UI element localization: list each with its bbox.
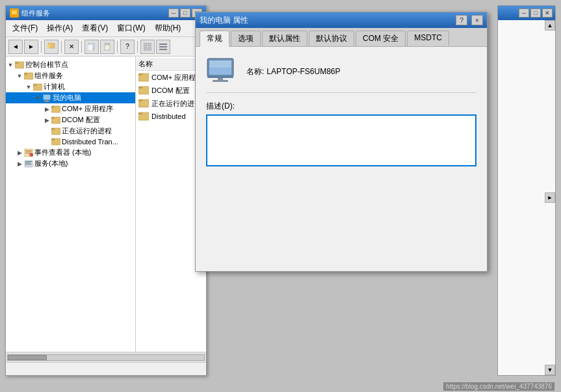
delete-button[interactable]: ✕ <box>64 40 79 54</box>
svg-rect-20 <box>33 84 36 86</box>
view-button2[interactable] <box>156 40 170 54</box>
right-close-button[interactable]: ✕ <box>542 8 553 18</box>
svg-rect-7 <box>105 43 109 45</box>
svg-rect-42 <box>25 164 31 164</box>
titlebar-left: 组件服务 <box>10 8 50 18</box>
svg-text:!: ! <box>31 153 31 157</box>
svg-rect-22 <box>44 95 50 99</box>
tab-com-security[interactable]: COM 安全 <box>356 31 406 46</box>
expand-eventviewer[interactable]: ▶ <box>15 148 24 157</box>
toolbar-separator-1 <box>41 41 42 53</box>
tab-default-props[interactable]: 默认属性 <box>262 31 307 46</box>
tree-item-dcom[interactable]: ▶ DCOM 配置 <box>6 114 135 125</box>
tree-item-root[interactable]: ▼ 控制台根节点 <box>6 59 135 70</box>
list-icon-complus <box>138 72 149 83</box>
dialog-content: 名称: LAPTOP-FS6UM86P 描述(D): <box>196 47 487 271</box>
expand-mycomputer[interactable]: ▼ <box>33 94 42 103</box>
tree-label-compservices: 组件服务 <box>34 71 63 81</box>
expand-dcom[interactable]: ▶ <box>42 116 51 125</box>
paste-button[interactable] <box>100 40 114 54</box>
tree-item-compservices[interactable]: ▼ 组件服务 <box>6 70 135 81</box>
svg-rect-26 <box>51 106 55 108</box>
tab-general[interactable]: 常规 <box>200 31 229 47</box>
dialog-titlebar: 我的电脑 属性 ? × <box>196 12 487 28</box>
tab-default-protocol[interactable]: 默认协议 <box>309 31 354 46</box>
svg-rect-14 <box>159 49 167 50</box>
right-side-titlebar: ─ □ ✕ <box>498 6 555 20</box>
tree-label-dcom: DCOM 配置 <box>62 115 100 125</box>
tree-label-root: 控制台根节点 <box>25 60 68 70</box>
svg-rect-1 <box>12 10 17 14</box>
expand-complus[interactable]: ▶ <box>42 105 51 114</box>
svg-rect-30 <box>51 128 55 130</box>
list-icon-distributed <box>138 111 149 122</box>
svg-rect-8 <box>144 43 147 46</box>
maximize-button[interactable]: □ <box>180 8 190 18</box>
scrollbar-thumb[interactable] <box>8 355 47 360</box>
svg-rect-32 <box>51 138 55 140</box>
tree-item-computers[interactable]: ▼ 计算机 <box>6 81 135 92</box>
tree-item-eventviewer[interactable]: ▶ ! 事件查看器 (本地) <box>6 147 135 158</box>
computer-svg-icon <box>206 57 239 86</box>
scrollbar-track[interactable] <box>7 354 205 361</box>
toolbar-separator-2 <box>61 41 62 53</box>
menu-window[interactable]: 窗口(W) <box>113 21 149 35</box>
dialog-close-button[interactable]: × <box>471 15 483 25</box>
dialog-help-button[interactable]: ? <box>456 15 467 25</box>
right-restore-button[interactable]: □ <box>530 8 541 18</box>
right-side-panel: ─ □ ✕ ▲ ▼ ► <box>497 5 556 376</box>
view-button1[interactable] <box>140 40 155 54</box>
status-bar <box>6 362 206 375</box>
svg-rect-12 <box>159 44 167 45</box>
tab-msdtc[interactable]: MSDTC <box>407 31 449 46</box>
tree-item-complus[interactable]: ▶ COM+ 应用程序 <box>6 103 135 114</box>
svg-rect-41 <box>25 163 31 163</box>
menu-view[interactable]: 查看(V) <box>78 21 112 35</box>
tree-label-eventviewer: 事件查看器 (本地) <box>34 148 91 157</box>
tab-options[interactable]: 选项 <box>231 31 261 46</box>
content-area: ▼ 控制台根节点 ▼ 组件服务 ▼ 计算机 <box>6 57 206 352</box>
scroll-down-arrow[interactable]: ▼ <box>545 365 555 375</box>
tree-item-mycomputer[interactable]: ▼ 我的电脑 <box>6 92 135 103</box>
desc-textarea[interactable] <box>206 114 476 166</box>
svg-rect-24 <box>44 101 50 102</box>
app-icon <box>10 8 19 18</box>
scroll-right-arrow[interactable]: ► <box>545 192 555 203</box>
complus-icon <box>51 105 60 114</box>
scroll-up-arrow[interactable]: ▲ <box>545 20 555 31</box>
svg-rect-13 <box>159 46 167 47</box>
list-label-distributed: Distributed <box>151 112 186 120</box>
right-minimize-button[interactable]: ─ <box>519 8 529 18</box>
back-button[interactable]: ◄ <box>8 40 23 54</box>
copy-button[interactable] <box>85 40 99 54</box>
tree-label-distributed: Distributed Tran... <box>62 138 118 146</box>
expand-computers[interactable]: ▼ <box>24 83 33 92</box>
menu-action[interactable]: 操作(A) <box>43 21 77 35</box>
minimize-button[interactable]: ─ <box>168 8 179 18</box>
computer-name-row: 名称: LAPTOP-FS6UM86P <box>206 57 476 93</box>
svg-rect-16 <box>15 62 18 64</box>
menu-bar: 文件(F) 操作(A) 查看(V) 窗口(W) 帮助(H) <box>6 20 206 37</box>
expand-services[interactable]: ▶ <box>15 159 24 168</box>
forward-button[interactable]: ► <box>24 40 38 54</box>
expand-compservices[interactable]: ▼ <box>15 72 24 81</box>
menu-help[interactable]: 帮助(H) <box>151 21 185 35</box>
horizontal-scrollbar[interactable] <box>6 352 206 362</box>
up-button[interactable] <box>44 40 59 54</box>
mycomputer-icon <box>42 94 51 103</box>
expand-root[interactable]: ▼ <box>6 60 15 70</box>
list-icon-dcom <box>138 85 149 96</box>
help-button[interactable]: ? <box>120 40 135 54</box>
compservices-icon <box>24 72 33 81</box>
tree-item-running[interactable]: 正在运行的进程 <box>6 125 135 137</box>
svg-rect-53 <box>209 60 231 68</box>
svg-rect-11 <box>148 47 151 51</box>
tree-item-services[interactable]: ▶ 服务(本地) <box>6 158 135 169</box>
svg-rect-40 <box>25 161 32 162</box>
tree-item-distributed[interactable]: Distributed Tran... <box>6 137 135 147</box>
svg-rect-18 <box>24 73 27 75</box>
tree-label-services: 服务(本地) <box>34 159 68 168</box>
menu-file[interactable]: 文件(F) <box>8 21 42 35</box>
eventviewer-icon: ! <box>24 148 33 157</box>
svg-rect-10 <box>144 47 147 51</box>
